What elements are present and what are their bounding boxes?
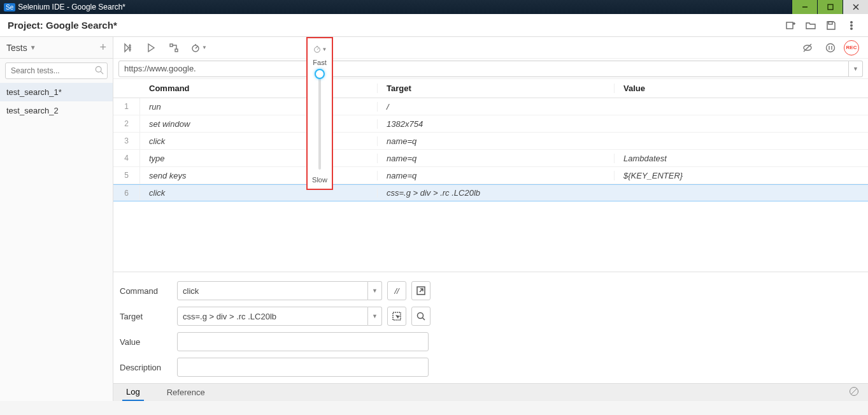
tab-reference[interactable]: Reference <box>163 384 209 400</box>
command-field[interactable] <box>177 281 368 300</box>
svg-line-20 <box>196 47 197 48</box>
grid-header: Command Target Value <box>113 79 868 98</box>
test-item[interactable]: test_search_2 <box>0 101 113 120</box>
content: ▼ REC ▼ Fast Slow ▼ Command Target Va <box>113 37 868 401</box>
svg-point-9 <box>851 24 853 26</box>
more-menu-button[interactable] <box>843 17 860 34</box>
sidebar-header: Tests ▼ + <box>0 37 113 59</box>
find-target-button[interactable] <box>411 307 430 326</box>
svg-point-24 <box>827 43 835 52</box>
select-target-button[interactable] <box>387 307 406 326</box>
svg-line-33 <box>423 318 425 321</box>
window-title: Selenium IDE - Google Search* <box>18 3 792 11</box>
speed-fast-label: Fast <box>313 59 326 66</box>
speed-slider-popup: ▼ Fast Slow <box>306 37 333 190</box>
maximize-button[interactable] <box>817 0 843 14</box>
command-editor: Command ▼ // Target ▼ Value Description <box>113 272 868 383</box>
svg-point-10 <box>851 27 853 29</box>
save-project-button[interactable] <box>822 17 840 34</box>
log-bar: Log Reference <box>113 383 868 401</box>
base-url-dropdown[interactable]: ▼ <box>849 61 863 77</box>
run-button[interactable] <box>141 40 160 56</box>
step-button[interactable] <box>164 40 183 56</box>
value-field[interactable] <box>177 332 429 351</box>
tests-list: test_search_1* test_search_2 <box>0 83 113 401</box>
toolbar: ▼ REC ▼ Fast Slow <box>113 37 868 59</box>
speed-slow-label: Slow <box>312 176 327 184</box>
svg-rect-17 <box>170 44 173 47</box>
svg-rect-7 <box>829 22 832 24</box>
test-item[interactable]: test_search_1* <box>0 83 113 101</box>
base-url-input[interactable] <box>118 61 849 77</box>
svg-point-32 <box>418 313 423 319</box>
record-button[interactable]: REC <box>844 40 859 55</box>
svg-line-35 <box>851 388 857 395</box>
target-dropdown[interactable]: ▼ <box>368 307 382 326</box>
grid-row[interactable]: 4typename=qLambdatest <box>113 150 868 167</box>
header-command: Command <box>140 84 377 93</box>
open-new-window-button[interactable] <box>411 281 430 300</box>
tests-search-input[interactable] <box>5 62 108 79</box>
svg-rect-4 <box>786 22 793 29</box>
header-target: Target <box>377 84 614 93</box>
command-field-label: Command <box>120 286 177 296</box>
target-field[interactable] <box>177 307 368 326</box>
chevron-down-icon: ▼ <box>30 44 36 51</box>
speed-slider[interactable] <box>318 70 321 170</box>
app-logo: Se <box>4 3 15 11</box>
svg-line-28 <box>317 48 319 50</box>
close-button[interactable] <box>843 0 868 14</box>
description-field[interactable] <box>177 358 429 377</box>
grid-row[interactable]: 1run/ <box>113 98 868 115</box>
svg-point-8 <box>851 21 853 23</box>
svg-rect-1 <box>828 4 833 10</box>
minimize-button[interactable] <box>792 0 817 14</box>
disable-breakpoints-button[interactable] <box>798 40 817 56</box>
header-value: Value <box>614 84 868 93</box>
grid-row[interactable]: 3clickname=q <box>113 133 868 150</box>
value-field-label: Value <box>120 337 177 347</box>
window-title-bar: Se Selenium IDE - Google Search* <box>0 0 868 14</box>
grid-row[interactable]: 5send keysname=q${KEY_ENTER} <box>113 167 868 184</box>
description-field-label: Description <box>120 363 177 372</box>
pause-button[interactable] <box>821 40 840 56</box>
svg-point-27 <box>314 47 320 53</box>
grid-row[interactable]: 2set window1382x754 <box>113 115 868 133</box>
tests-dropdown[interactable]: Tests <box>6 43 27 53</box>
run-all-button[interactable] <box>118 40 138 56</box>
command-dropdown[interactable]: ▼ <box>368 281 382 300</box>
new-project-button[interactable] <box>781 17 799 34</box>
add-test-button[interactable]: + <box>99 41 106 54</box>
toggle-comment-button[interactable]: // <box>387 281 406 300</box>
clear-log-button[interactable] <box>849 386 859 398</box>
svg-point-19 <box>192 45 199 52</box>
speed-slider-thumb[interactable] <box>315 69 325 79</box>
grid-row[interactable]: 6clickcss=.g > div > .rc .LC20lb <box>113 184 868 201</box>
svg-line-12 <box>101 71 103 74</box>
svg-point-11 <box>96 66 101 72</box>
speed-control-button[interactable]: ▼ <box>187 40 210 56</box>
project-bar: Project: Google Search* <box>0 14 868 37</box>
command-grid: 1run/ 2set window1382x754 3clickname=q 4… <box>113 98 868 272</box>
sidebar: Tests ▼ + test_search_1* test_search_2 <box>0 37 113 401</box>
tab-log[interactable]: Log <box>122 384 144 401</box>
target-field-label: Target <box>120 312 177 321</box>
open-project-button[interactable] <box>802 17 820 34</box>
speed-icon: ▼ <box>310 42 329 56</box>
search-icon <box>95 66 104 76</box>
project-label: Project: Google Search* <box>8 20 117 31</box>
svg-rect-18 <box>175 49 178 52</box>
